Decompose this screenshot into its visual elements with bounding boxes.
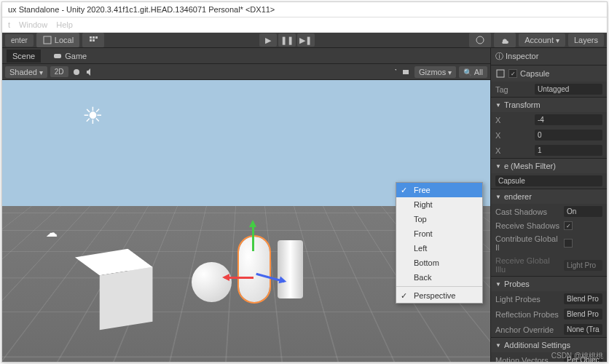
mesh-filter-header[interactable]: ▼e (Mesh Filter) [491,158,607,173]
object-name[interactable]: Capsule [520,69,549,78]
light-probes-dropdown[interactable]: Blend Pro [564,293,602,304]
step-button[interactable]: ▶❚ [297,33,315,47]
ctx-front[interactable]: Front [396,226,482,241]
local-icon [42,35,52,45]
renderer-header[interactable]: ▼enderer [491,189,607,204]
tab-game[interactable]: Game [47,49,93,63]
ctx-bottom[interactable]: Bottom [396,256,482,270]
ctx-left[interactable]: Left [396,241,482,256]
contribute-gi-checkbox[interactable] [564,239,573,248]
cloud-button[interactable] [494,33,516,47]
tag-label: Tag [495,85,532,94]
anchor-dropdown[interactable]: None (Tra [564,324,602,335]
svg-point-1 [476,36,484,44]
gizmo-x-axis[interactable] [224,277,254,279]
cube-icon [495,68,506,79]
view-tabs: Scene Game [2,48,490,64]
menu-item-window[interactable]: Window [19,20,47,29]
gizmo-y-axis[interactable] [252,222,254,251]
grid-icon [88,35,98,45]
account-dropdown[interactable]: Account ▾ [519,33,565,47]
scene-viewport[interactable]: ☀ ☁ Free Right Top Front Left [2,80,490,363]
scale-x-field[interactable]: 1 [535,145,602,156]
ctx-right[interactable]: Right [396,197,482,212]
pause-button[interactable]: ❚❚ [278,33,296,47]
menu-bar: t Window Help [2,17,607,33]
ctx-separator [396,286,482,287]
inspector-panel: ⓘ Inspector ✓ Capsule Tag Untagged ▼Tran… [490,48,607,363]
scene-options-bar: Shaded ▾ 2D Gizmos ▾ 🔍 All [2,64,490,80]
tag-dropdown[interactable]: Untagged [535,84,602,95]
menu-item-t[interactable]: t [8,20,10,29]
watermark: CSDN @桃桃桃 [551,351,603,361]
transform-header[interactable]: ▼Transform [491,97,607,112]
sun-icon: ☀ [82,102,103,130]
camera-icon[interactable] [401,67,412,77]
center-button[interactable]: enter [5,34,34,47]
collab-button[interactable] [469,33,491,47]
svg-point-3 [74,69,79,75]
light-icon[interactable] [71,67,82,77]
inspector-header[interactable]: ⓘ Inspector [491,48,607,66]
tab-scene[interactable]: Scene [7,50,41,63]
ctx-back[interactable]: Back [396,270,482,285]
shading-dropdown[interactable]: Shaded ▾ [5,66,47,78]
object-header: ✓ Capsule [491,66,607,82]
audio-icon[interactable] [85,67,95,77]
ctx-top[interactable]: Top [396,212,482,226]
search-field[interactable]: 🔍 All [459,66,487,78]
reflection-probes-dropdown[interactable]: Blend Pro [564,309,602,320]
sphere-object[interactable] [192,262,232,302]
mesh-field[interactable]: Capsule [495,175,602,186]
play-button[interactable]: ▶ [259,33,277,47]
layers-dropdown[interactable]: Layers [568,33,604,47]
tools-icon[interactable] [388,67,398,77]
menu-item-help[interactable]: Help [56,20,73,29]
capsule-object[interactable] [239,237,270,302]
local-button[interactable]: Local [36,33,79,47]
cylinder-object[interactable] [278,240,303,298]
probes-header[interactable]: ▼Probes [491,276,607,291]
cloud-icon: ☁ [46,226,58,240]
svg-rect-0 [44,36,51,44]
game-icon [52,51,63,61]
receive-gi-field: Light Pro [564,260,602,271]
gizmos-dropdown[interactable]: Gizmos ▾ [414,66,456,78]
svg-rect-5 [497,70,504,77]
svg-rect-4 [403,70,409,74]
ctx-free[interactable]: Free [396,183,482,197]
svg-rect-2 [54,54,61,58]
mode-2d-toggle[interactable]: 2D [50,66,68,77]
main-toolbar: enter Local ▶ ❚❚ ▶❚ Account ▾ Layers [2,33,607,48]
receive-shadows-checkbox[interactable]: ✓ [564,221,573,230]
view-context-menu: Free Right Top Front Left Bottom Back Pe… [396,182,483,304]
cast-shadows-dropdown[interactable]: On [564,206,602,217]
grid-snap-button[interactable] [82,33,104,47]
rot-x-field[interactable]: 0 [535,130,602,141]
additional-header[interactable]: ▼Additional Settings [491,337,607,352]
cube-object[interactable] [100,267,153,331]
pos-x-field[interactable]: -4 [535,114,602,125]
ctx-perspective[interactable]: Perspective [396,288,482,303]
collab-icon [475,35,485,45]
window-title: ux Standalone - Unity 2020.3.41f1c1.git.… [2,2,607,17]
cloud-icon [500,35,510,45]
playback-controls: ▶ ❚❚ ▶❚ [259,33,315,47]
fx-icon[interactable] [98,67,108,77]
object-active-checkbox[interactable]: ✓ [508,69,517,78]
